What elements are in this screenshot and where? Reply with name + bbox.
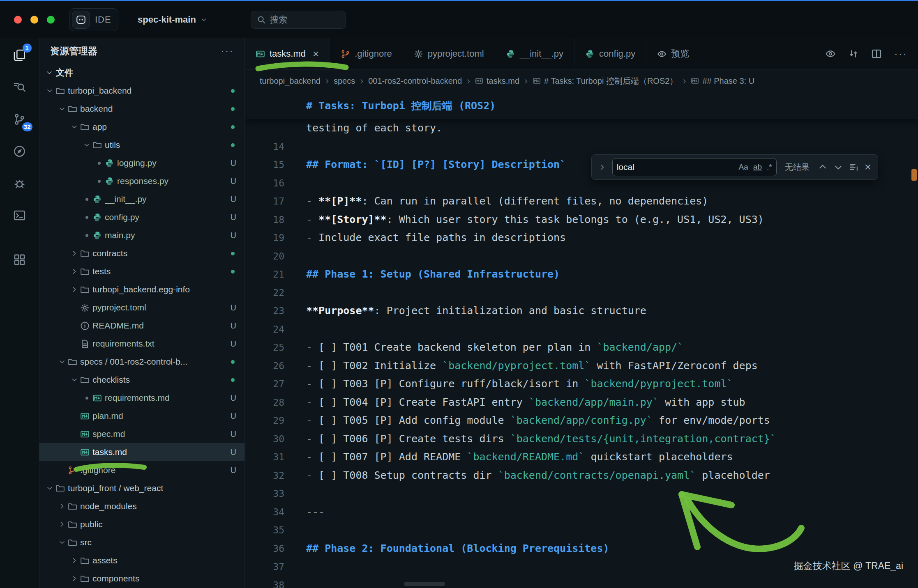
tree-item-label: backend bbox=[80, 104, 113, 114]
activity-source-control-button[interactable]: 32 bbox=[9, 108, 31, 130]
tree-item-turbopi_backend[interactable]: turbopi_backend bbox=[39, 82, 244, 100]
tree-item-label: plan.md bbox=[92, 411, 123, 421]
tree-item-tests[interactable]: tests bbox=[39, 262, 244, 280]
tree-item-tasks.md[interactable]: tasks.mdU bbox=[39, 443, 244, 461]
line-text: - [ ] T001 Create backend skeleton per p… bbox=[306, 338, 683, 357]
folder-icon bbox=[67, 520, 77, 529]
close-icon[interactable]: × bbox=[313, 48, 319, 59]
tab-config.py[interactable]: config.py bbox=[574, 38, 646, 69]
global-search-input[interactable]: 搜索 bbox=[251, 11, 346, 29]
tree-item-responses.py[interactable]: responses.pyU bbox=[39, 172, 244, 190]
tree-item-label: tasks.md bbox=[92, 447, 127, 457]
explorer-sidebar: 资源管理器 ··· 文件 turbopi_backendbackendapput… bbox=[39, 38, 245, 588]
tree-item-contracts[interactable]: contracts bbox=[39, 244, 244, 262]
tree-item-app[interactable]: app bbox=[39, 118, 244, 136]
horizontal-scrollbar-thumb[interactable] bbox=[404, 582, 445, 586]
line-number: 29 bbox=[245, 411, 288, 430]
search-icon bbox=[257, 15, 266, 24]
tree-item-plan.md[interactable]: plan.mdU bbox=[39, 407, 244, 425]
tree-item-turbopi_front-web_react[interactable]: turbopi_front / web_react bbox=[39, 479, 244, 497]
activity-debug-button[interactable] bbox=[9, 172, 31, 194]
tree-item-node_modules[interactable]: node_modules bbox=[39, 497, 244, 515]
activity-search-button[interactable] bbox=[9, 76, 31, 98]
find-in-selection-button[interactable] bbox=[849, 162, 859, 172]
activity-extensions-button[interactable] bbox=[9, 248, 31, 271]
more-actions-button[interactable]: ··· bbox=[894, 48, 907, 60]
match-case-toggle[interactable]: Aa bbox=[739, 163, 748, 172]
tree-item-label: config.py bbox=[105, 212, 139, 222]
editor-line: 17- **[P]**: Can run in parallel (differ… bbox=[245, 192, 918, 211]
tree-item-main.py[interactable]: main.pyU bbox=[39, 226, 244, 244]
tree-item-readme.md[interactable]: README.mdU bbox=[39, 317, 244, 335]
tree-item-pyproject.toml[interactable]: pyproject.tomlU bbox=[39, 299, 244, 317]
line-number: 17 bbox=[245, 192, 288, 211]
regex-toggle[interactable]: .* bbox=[767, 163, 772, 172]
line-number: 22 bbox=[245, 284, 288, 302]
tree-item-config.py[interactable]: config.pyU bbox=[39, 208, 244, 226]
minimize-window-button[interactable] bbox=[30, 16, 38, 23]
tree-item-logging.py[interactable]: logging.pyU bbox=[39, 154, 244, 172]
tree-item-requirements.txt[interactable]: requirements.txtU bbox=[39, 335, 244, 353]
modified-indicator bbox=[231, 360, 235, 364]
activity-terminal-button[interactable] bbox=[9, 204, 31, 226]
find-close-button[interactable]: × bbox=[865, 161, 871, 173]
tree-item-label: assets bbox=[92, 556, 118, 565]
tree-item-utils[interactable]: utils bbox=[39, 136, 244, 154]
find-expand-toggle[interactable] bbox=[598, 163, 607, 171]
modified-indicator bbox=[231, 378, 235, 382]
breadcrumb-item[interactable]: turbopi_backend bbox=[260, 76, 321, 86]
untracked-badge: U bbox=[231, 177, 236, 186]
folder-icon bbox=[80, 122, 90, 132]
zoom-window-button[interactable] bbox=[47, 16, 55, 23]
tab-预览[interactable]: 预览 bbox=[646, 38, 700, 69]
editor-line: 29- [ ] T005 [P] Add config module `back… bbox=[245, 411, 918, 430]
find-input[interactable] bbox=[617, 162, 734, 172]
tree-item-spec.md[interactable]: spec.mdU bbox=[39, 425, 244, 443]
find-next-button[interactable] bbox=[833, 162, 843, 172]
tree-item-__init__.py[interactable]: __init__.pyU bbox=[39, 190, 244, 208]
tree-item-public[interactable]: public bbox=[39, 515, 244, 533]
tree-item-src[interactable]: src bbox=[39, 533, 244, 551]
tab-pyproject.toml[interactable]: pyproject.toml bbox=[403, 38, 495, 69]
git-icon bbox=[341, 49, 350, 59]
sidebar-more-button[interactable]: ··· bbox=[221, 45, 234, 57]
untracked-badge: U bbox=[231, 321, 236, 331]
whole-word-toggle[interactable]: ab bbox=[753, 163, 762, 172]
activity-remote-button[interactable] bbox=[9, 140, 31, 162]
watermark-text: 掘金技术社区 @ TRAE_ai bbox=[794, 560, 903, 572]
chevron-right-icon bbox=[70, 285, 79, 294]
line-text: - [ ] T003 [P] Configure ruff/black/isor… bbox=[306, 375, 733, 393]
chevron-right-icon bbox=[70, 267, 79, 276]
chevron-right-icon bbox=[58, 520, 67, 528]
tree-item-requirements.md[interactable]: requirements.mdU bbox=[39, 389, 244, 407]
close-window-button[interactable] bbox=[14, 16, 22, 23]
editor-content[interactable]: # Tasks: Turbopi 控制后端 (ROS2) testing of … bbox=[245, 92, 918, 588]
tree-item-backend[interactable]: backend bbox=[39, 100, 244, 118]
remote-explorer-icon bbox=[13, 145, 26, 158]
tree-item-assets[interactable]: assets bbox=[39, 551, 244, 570]
line-number: 24 bbox=[245, 320, 288, 339]
python-icon bbox=[104, 177, 114, 186]
breadcrumb-item[interactable]: 001-ros2-control-backend bbox=[368, 76, 462, 86]
tree-item-turbopi_backend.egg-info[interactable]: turbopi_backend.egg-info bbox=[39, 280, 244, 299]
breadcrumb-item[interactable]: ## Phase 3: U bbox=[691, 76, 754, 86]
tab-tasks.md[interactable]: tasks.md× bbox=[245, 38, 330, 69]
breadcrumb-item[interactable]: tasks.md bbox=[475, 76, 519, 86]
tree-item-checklists[interactable]: checklists bbox=[39, 371, 244, 389]
tree-item-specs-001-ros2-control-b...[interactable]: specs / 001-ros2-control-b... bbox=[39, 353, 244, 371]
git-compare-icon[interactable] bbox=[848, 48, 859, 59]
breadcrumb-item[interactable]: # Tasks: Turbopi 控制后端（ROS2） bbox=[533, 76, 678, 87]
files-section-label: 文件 bbox=[56, 67, 73, 78]
find-prev-button[interactable] bbox=[818, 162, 828, 172]
activity-files-button[interactable]: 1 bbox=[9, 44, 31, 66]
breadcrumb-item[interactable]: specs bbox=[334, 76, 355, 86]
tree-item-components[interactable]: components bbox=[39, 570, 244, 588]
tab-__init__.py[interactable]: __init__.py bbox=[495, 38, 574, 69]
files-section-header[interactable]: 文件 bbox=[39, 64, 244, 82]
preview-icon[interactable] bbox=[825, 48, 836, 59]
editor-line: 22 bbox=[245, 284, 918, 302]
tab-.gitignore[interactable]: .gitignore bbox=[330, 38, 403, 69]
project-selector[interactable]: spec-kit-main bbox=[138, 14, 208, 25]
split-editor-icon[interactable] bbox=[871, 48, 882, 59]
tree-item-.gitignore[interactable]: .gitignoreU bbox=[39, 461, 244, 479]
